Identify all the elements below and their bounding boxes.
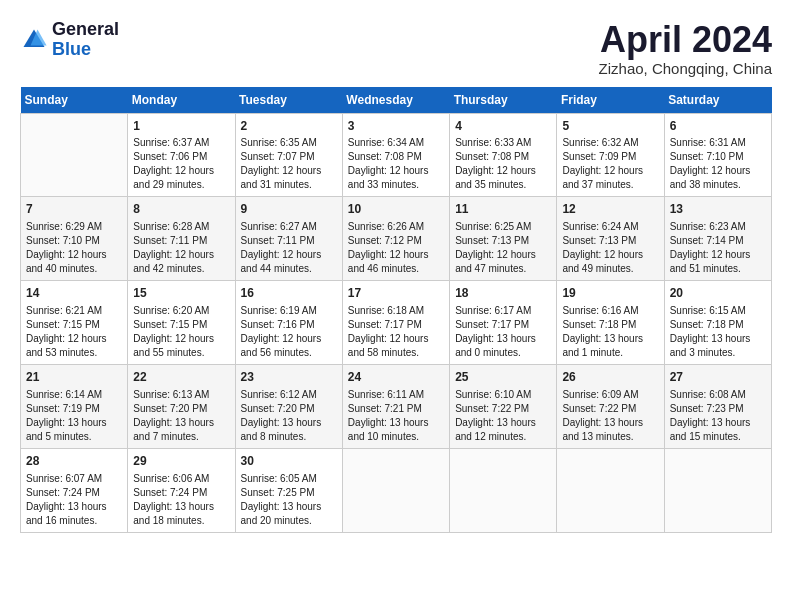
- day-info: Daylight: 13 hours: [670, 332, 766, 346]
- day-info: Sunrise: 6:10 AM: [455, 388, 551, 402]
- day-number: 6: [670, 118, 766, 135]
- day-number: 2: [241, 118, 337, 135]
- day-info: Daylight: 12 hours: [26, 248, 122, 262]
- calendar-cell: [21, 113, 128, 197]
- day-number: 15: [133, 285, 229, 302]
- day-info: Sunset: 7:13 PM: [562, 234, 658, 248]
- day-info: Sunset: 7:19 PM: [26, 402, 122, 416]
- day-info: Daylight: 12 hours: [670, 164, 766, 178]
- day-info: Sunset: 7:10 PM: [26, 234, 122, 248]
- day-number: 25: [455, 369, 551, 386]
- calendar-cell: 26Sunrise: 6:09 AMSunset: 7:22 PMDayligh…: [557, 364, 664, 448]
- calendar-cell: 30Sunrise: 6:05 AMSunset: 7:25 PMDayligh…: [235, 448, 342, 532]
- calendar-cell: 10Sunrise: 6:26 AMSunset: 7:12 PMDayligh…: [342, 197, 449, 281]
- calendar-cell: 28Sunrise: 6:07 AMSunset: 7:24 PMDayligh…: [21, 448, 128, 532]
- day-info: and 38 minutes.: [670, 178, 766, 192]
- day-info: Sunrise: 6:11 AM: [348, 388, 444, 402]
- page-header: General Blue April 2024 Zizhao, Chongqin…: [20, 20, 772, 77]
- calendar-cell: 16Sunrise: 6:19 AMSunset: 7:16 PMDayligh…: [235, 281, 342, 365]
- day-info: Sunset: 7:08 PM: [348, 150, 444, 164]
- col-header-sunday: Sunday: [21, 87, 128, 114]
- day-info: Sunset: 7:06 PM: [133, 150, 229, 164]
- day-info: and 12 minutes.: [455, 430, 551, 444]
- day-info: Sunset: 7:16 PM: [241, 318, 337, 332]
- col-header-tuesday: Tuesday: [235, 87, 342, 114]
- day-info: and 51 minutes.: [670, 262, 766, 276]
- day-info: Sunrise: 6:18 AM: [348, 304, 444, 318]
- day-info: Sunset: 7:23 PM: [670, 402, 766, 416]
- title-block: April 2024 Zizhao, Chongqing, China: [599, 20, 772, 77]
- day-info: Sunrise: 6:27 AM: [241, 220, 337, 234]
- calendar-cell: 6Sunrise: 6:31 AMSunset: 7:10 PMDaylight…: [664, 113, 771, 197]
- calendar-cell: 29Sunrise: 6:06 AMSunset: 7:24 PMDayligh…: [128, 448, 235, 532]
- day-info: Sunrise: 6:32 AM: [562, 136, 658, 150]
- col-header-thursday: Thursday: [450, 87, 557, 114]
- calendar-cell: [450, 448, 557, 532]
- day-info: and 31 minutes.: [241, 178, 337, 192]
- day-info: Sunrise: 6:29 AM: [26, 220, 122, 234]
- day-info: Sunset: 7:07 PM: [241, 150, 337, 164]
- col-header-friday: Friday: [557, 87, 664, 114]
- day-info: and 15 minutes.: [670, 430, 766, 444]
- day-info: and 1 minute.: [562, 346, 658, 360]
- calendar-week-row: 7Sunrise: 6:29 AMSunset: 7:10 PMDaylight…: [21, 197, 772, 281]
- day-number: 29: [133, 453, 229, 470]
- calendar-cell: 3Sunrise: 6:34 AMSunset: 7:08 PMDaylight…: [342, 113, 449, 197]
- day-number: 9: [241, 201, 337, 218]
- day-info: Sunset: 7:09 PM: [562, 150, 658, 164]
- col-header-wednesday: Wednesday: [342, 87, 449, 114]
- day-info: and 42 minutes.: [133, 262, 229, 276]
- day-number: 12: [562, 201, 658, 218]
- day-info: Daylight: 12 hours: [348, 332, 444, 346]
- day-number: 24: [348, 369, 444, 386]
- day-info: Sunrise: 6:37 AM: [133, 136, 229, 150]
- day-info: and 47 minutes.: [455, 262, 551, 276]
- day-info: Daylight: 12 hours: [133, 332, 229, 346]
- day-number: 21: [26, 369, 122, 386]
- day-info: Daylight: 13 hours: [562, 416, 658, 430]
- location: Zizhao, Chongqing, China: [599, 60, 772, 77]
- calendar-cell: 21Sunrise: 6:14 AMSunset: 7:19 PMDayligh…: [21, 364, 128, 448]
- calendar-cell: 8Sunrise: 6:28 AMSunset: 7:11 PMDaylight…: [128, 197, 235, 281]
- calendar-table: SundayMondayTuesdayWednesdayThursdayFrid…: [20, 87, 772, 533]
- calendar-week-row: 1Sunrise: 6:37 AMSunset: 7:06 PMDaylight…: [21, 113, 772, 197]
- day-info: Daylight: 12 hours: [133, 248, 229, 262]
- calendar-header-row: SundayMondayTuesdayWednesdayThursdayFrid…: [21, 87, 772, 114]
- month-title: April 2024: [599, 20, 772, 60]
- day-info: and 35 minutes.: [455, 178, 551, 192]
- day-info: Sunrise: 6:19 AM: [241, 304, 337, 318]
- calendar-cell: 17Sunrise: 6:18 AMSunset: 7:17 PMDayligh…: [342, 281, 449, 365]
- day-info: Sunset: 7:15 PM: [26, 318, 122, 332]
- day-info: Sunset: 7:22 PM: [562, 402, 658, 416]
- day-info: and 49 minutes.: [562, 262, 658, 276]
- day-info: Sunset: 7:18 PM: [670, 318, 766, 332]
- day-info: Daylight: 13 hours: [455, 332, 551, 346]
- day-info: Daylight: 12 hours: [562, 164, 658, 178]
- day-info: Sunset: 7:08 PM: [455, 150, 551, 164]
- calendar-cell: 27Sunrise: 6:08 AMSunset: 7:23 PMDayligh…: [664, 364, 771, 448]
- calendar-week-row: 14Sunrise: 6:21 AMSunset: 7:15 PMDayligh…: [21, 281, 772, 365]
- day-info: Sunset: 7:14 PM: [670, 234, 766, 248]
- day-number: 30: [241, 453, 337, 470]
- day-number: 7: [26, 201, 122, 218]
- day-info: Daylight: 12 hours: [348, 164, 444, 178]
- day-info: Sunrise: 6:06 AM: [133, 472, 229, 486]
- calendar-cell: 12Sunrise: 6:24 AMSunset: 7:13 PMDayligh…: [557, 197, 664, 281]
- day-number: 16: [241, 285, 337, 302]
- day-number: 17: [348, 285, 444, 302]
- day-info: Sunset: 7:24 PM: [26, 486, 122, 500]
- day-info: Sunrise: 6:12 AM: [241, 388, 337, 402]
- day-info: Sunset: 7:24 PM: [133, 486, 229, 500]
- day-info: Sunset: 7:22 PM: [455, 402, 551, 416]
- day-info: and 56 minutes.: [241, 346, 337, 360]
- calendar-cell: 13Sunrise: 6:23 AMSunset: 7:14 PMDayligh…: [664, 197, 771, 281]
- day-info: and 5 minutes.: [26, 430, 122, 444]
- day-number: 20: [670, 285, 766, 302]
- calendar-cell: 5Sunrise: 6:32 AMSunset: 7:09 PMDaylight…: [557, 113, 664, 197]
- calendar-cell: 23Sunrise: 6:12 AMSunset: 7:20 PMDayligh…: [235, 364, 342, 448]
- day-info: Sunrise: 6:28 AM: [133, 220, 229, 234]
- day-info: and 55 minutes.: [133, 346, 229, 360]
- day-info: Sunrise: 6:16 AM: [562, 304, 658, 318]
- day-info: Sunset: 7:11 PM: [133, 234, 229, 248]
- day-number: 27: [670, 369, 766, 386]
